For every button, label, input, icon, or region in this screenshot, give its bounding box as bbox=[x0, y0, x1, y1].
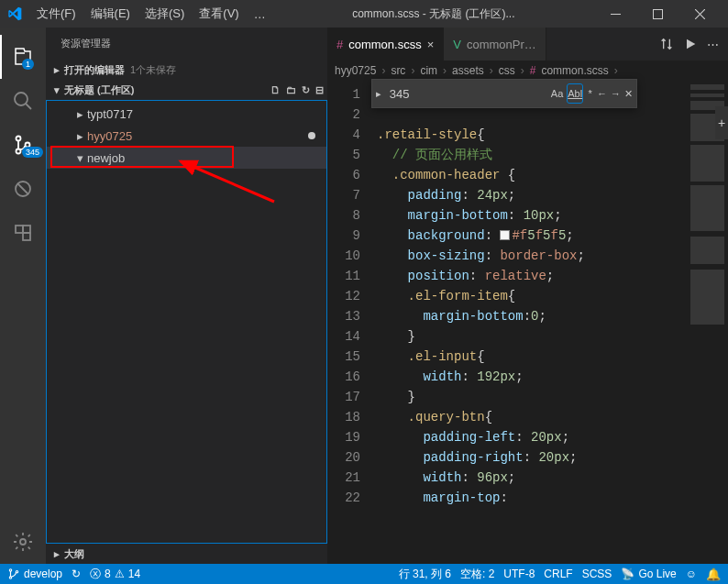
editor-tabs: # common.scss × V commonPr… ⋯ bbox=[327, 28, 728, 61]
activitybar-debug[interactable] bbox=[0, 167, 46, 211]
unsaved-count: 1个未保存 bbox=[130, 63, 176, 77]
status-sync[interactable]: ↻ bbox=[72, 567, 81, 580]
line-numbers: 1245678910111213141516171819202122 bbox=[327, 81, 371, 564]
folder-label: hyy0725 bbox=[87, 129, 132, 143]
window-title: common.scss - 无标题 (工作区)... bbox=[273, 6, 594, 22]
close-button[interactable] bbox=[678, 0, 721, 28]
find-close-icon[interactable]: ✕ bbox=[624, 83, 633, 104]
workspace-label: 无标题 (工作区) bbox=[64, 83, 134, 97]
find-toggle-replace-icon[interactable]: ▸ bbox=[376, 83, 382, 104]
chevron-down-icon: ▾ bbox=[72, 151, 87, 165]
svg-point-7 bbox=[17, 149, 21, 154]
code-editor[interactable]: 1245678910111213141516171819202122 .reta… bbox=[327, 81, 728, 564]
outline-header[interactable]: ▸ 大纲 bbox=[46, 544, 327, 564]
status-feedback-icon[interactable]: ☺ bbox=[686, 567, 697, 580]
svg-line-5 bbox=[26, 104, 31, 109]
minimize-button[interactable] bbox=[594, 0, 636, 28]
svg-line-10 bbox=[17, 183, 28, 194]
statusbar: develop ↻ ⓧ8 ⚠14 行 31, 列 6 空格: 2 UTF-8 C… bbox=[0, 564, 728, 584]
svg-point-6 bbox=[17, 137, 21, 141]
editor-toolbar: ⋯ bbox=[650, 28, 728, 61]
sidebar-title: 资源管理器 bbox=[46, 28, 327, 60]
breadcrumb-item[interactable]: hyy0725 bbox=[335, 64, 376, 77]
match-case-toggle[interactable]: Aa bbox=[551, 83, 563, 104]
activitybar-search[interactable] bbox=[0, 79, 46, 123]
minimap[interactable] bbox=[686, 81, 728, 564]
tab-commonpr[interactable]: V commonPr… bbox=[444, 28, 546, 61]
activitybar-extensions[interactable] bbox=[0, 211, 46, 255]
chevron-down-icon: ▾ bbox=[50, 84, 64, 96]
status-cursor[interactable]: 行 31, 列 6 bbox=[399, 567, 451, 582]
svg-rect-1 bbox=[653, 9, 662, 18]
regex-toggle[interactable]: * bbox=[587, 83, 593, 104]
activitybar-scm[interactable]: 345 bbox=[0, 123, 46, 167]
warning-icon: ⚠ bbox=[115, 567, 125, 580]
activitybar-settings[interactable] bbox=[0, 520, 46, 564]
svg-point-16 bbox=[9, 569, 11, 571]
scm-badge: 345 bbox=[22, 147, 43, 158]
status-bell-icon[interactable]: 🔔 bbox=[706, 567, 721, 581]
new-file-icon[interactable]: 🗋 bbox=[270, 84, 281, 96]
new-folder-icon[interactable]: 🗀 bbox=[286, 84, 296, 96]
outline-label: 大纲 bbox=[64, 547, 84, 561]
svg-rect-13 bbox=[23, 226, 30, 233]
tree-folder-newjob[interactable]: ▾ newjob bbox=[47, 147, 326, 169]
status-branch[interactable]: develop bbox=[7, 567, 62, 580]
find-next-icon[interactable]: → bbox=[611, 83, 621, 104]
scss-file-icon: # bbox=[336, 38, 343, 51]
folder-label: newjob bbox=[87, 151, 125, 165]
editor-add-group-icon[interactable]: + bbox=[715, 106, 728, 139]
open-editors-header[interactable]: ▸ 打开的编辑器 1个未保存 bbox=[46, 60, 327, 80]
vue-file-icon: V bbox=[453, 38, 461, 51]
svg-rect-11 bbox=[16, 226, 23, 233]
editor-area: # common.scss × V commonPr… ⋯ hyy0725› s… bbox=[327, 28, 728, 564]
more-icon[interactable]: ⋯ bbox=[707, 38, 719, 51]
breadcrumb-item[interactable]: css bbox=[499, 64, 515, 77]
menu-file[interactable]: 文件(F) bbox=[29, 6, 83, 22]
status-lang[interactable]: SCSS bbox=[582, 567, 612, 580]
svg-point-17 bbox=[9, 577, 11, 578]
activitybar: 1 345 bbox=[0, 28, 46, 564]
maximize-button[interactable] bbox=[636, 0, 678, 28]
whole-word-toggle[interactable]: Abl bbox=[567, 83, 583, 104]
status-golive[interactable]: 📡 Go Live bbox=[621, 567, 676, 580]
close-tab-icon[interactable]: × bbox=[427, 38, 435, 51]
sidebar: 资源管理器 ▸ 打开的编辑器 1个未保存 ▾ 无标题 (工作区) 🗋 🗀 ↻ ⊟… bbox=[46, 28, 327, 564]
status-eol[interactable]: CRLF bbox=[544, 567, 572, 580]
status-indent[interactable]: 空格: 2 bbox=[460, 567, 494, 582]
tab-label: common.scss bbox=[348, 38, 421, 51]
tab-common-scss[interactable]: # common.scss × bbox=[327, 28, 444, 61]
svg-point-4 bbox=[15, 93, 28, 105]
svg-rect-0 bbox=[611, 14, 621, 15]
menu-overflow[interactable]: … bbox=[247, 7, 273, 21]
refresh-icon[interactable]: ↻ bbox=[302, 84, 310, 96]
breadcrumb-item[interactable]: assets bbox=[452, 64, 484, 77]
menu-select[interactable]: 选择(S) bbox=[138, 6, 192, 22]
find-input[interactable] bbox=[386, 87, 547, 101]
status-encoding[interactable]: UTF-8 bbox=[503, 567, 535, 580]
workspace-header[interactable]: ▾ 无标题 (工作区) 🗋 🗀 ↻ ⊟ bbox=[46, 80, 327, 100]
compare-icon[interactable] bbox=[659, 37, 674, 51]
find-prev-icon[interactable]: ← bbox=[597, 83, 607, 104]
titlebar: 文件(F) 编辑(E) 选择(S) 查看(V) … common.scss - … bbox=[0, 0, 728, 28]
breadcrumb-item[interactable]: cim bbox=[420, 64, 437, 77]
window-controls bbox=[594, 0, 721, 28]
tree-folder-typt0717[interactable]: ▸ typt0717 bbox=[47, 103, 326, 125]
scss-file-icon: # bbox=[530, 64, 536, 77]
chevron-right-icon: ▸ bbox=[72, 107, 87, 121]
activitybar-explorer[interactable]: 1 bbox=[0, 35, 46, 79]
code-content[interactable]: .retail-style{ // 页面公用样式 .common-header … bbox=[371, 81, 686, 564]
menu-edit[interactable]: 编辑(E) bbox=[83, 6, 138, 22]
collapse-all-icon[interactable]: ⊟ bbox=[315, 84, 324, 96]
folder-label: typt0717 bbox=[87, 107, 133, 121]
run-icon[interactable] bbox=[683, 37, 698, 51]
menu-view[interactable]: 查看(V) bbox=[192, 6, 246, 22]
breadcrumb-item[interactable]: common.scss bbox=[541, 64, 608, 77]
status-problems[interactable]: ⓧ8 ⚠14 bbox=[90, 567, 140, 582]
tree-folder-hyy0725[interactable]: ▸ hyy0725 bbox=[47, 125, 326, 147]
error-icon: ⓧ bbox=[90, 567, 101, 582]
breadcrumb-item[interactable]: src bbox=[391, 64, 405, 77]
chevron-right-icon: ▸ bbox=[72, 129, 87, 143]
svg-rect-12 bbox=[23, 233, 30, 240]
breadcrumbs[interactable]: hyy0725› src› cim› assets› css› # common… bbox=[327, 61, 728, 81]
